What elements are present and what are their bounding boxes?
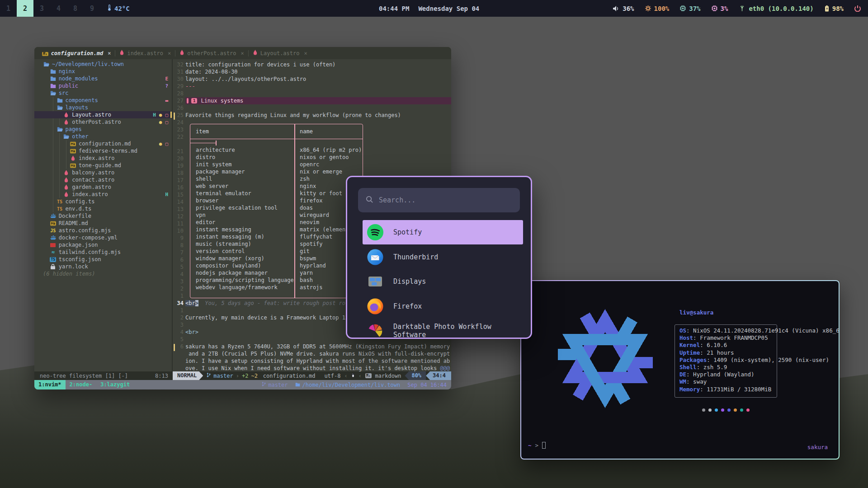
tree-item-label: otherPost.astro bbox=[72, 119, 121, 125]
table-header-row: itemname bbox=[190, 124, 363, 139]
tree-item-configuration-md[interactable]: configuration.md●▢ bbox=[34, 140, 172, 147]
tree-item-src[interactable]: src bbox=[34, 89, 172, 97]
launcher-item-displays[interactable]: Displays bbox=[363, 269, 523, 294]
status-network[interactable]: eth0 (10.0.0.140) bbox=[739, 5, 813, 12]
line-number: 15 bbox=[173, 191, 184, 198]
tree-item-nginx[interactable]: nginx bbox=[34, 68, 172, 75]
table-cell-item: shell bbox=[190, 175, 294, 183]
tree-item-tsconfig-json[interactable]: TStsconfig.json bbox=[34, 256, 172, 263]
tree-item-yarn-lock[interactable]: yarn.lock bbox=[34, 263, 172, 270]
astro-icon bbox=[63, 112, 70, 118]
neotree-file-explorer[interactable]: ~/Development/liv.townnginxnode_modulesE… bbox=[34, 59, 172, 371]
workspace-2[interactable]: 2 bbox=[17, 0, 33, 17]
tab-configuration-md[interactable]: M↓configuration.md× bbox=[38, 47, 115, 59]
status-power[interactable] bbox=[854, 5, 861, 12]
workspace-3[interactable]: 3 bbox=[33, 0, 50, 17]
tab-otherpost-astro[interactable]: otherPost.astro× bbox=[175, 47, 248, 59]
palette-dot bbox=[708, 408, 712, 412]
tree-item-layout-astro[interactable]: Layout.astroH●▢ bbox=[34, 111, 172, 118]
tree-item-label: fediverse-terms.md bbox=[79, 148, 137, 154]
line-number: 5 bbox=[173, 263, 184, 271]
line-number bbox=[173, 141, 184, 148]
ts-blue-icon: TS bbox=[50, 257, 57, 262]
tab-layout-astro[interactable]: Layout.astro× bbox=[249, 47, 311, 59]
tree-item-astro-config-mjs[interactable]: JSastro.config.mjs bbox=[34, 227, 172, 234]
table-cell-name: spotify bbox=[294, 240, 323, 248]
fetch-info-line: Host: Framework FRANMDCP05 bbox=[679, 334, 839, 342]
tree-item-garden-astro[interactable]: garden.astro bbox=[34, 183, 172, 191]
workspace-8[interactable]: 8 bbox=[67, 0, 84, 17]
tree-item-otherpost-astro[interactable]: otherPost.astro●▢ bbox=[34, 118, 172, 126]
tree-item-other[interactable]: other bbox=[34, 133, 172, 140]
clock[interactable]: 04:44 PM Wednesday Sep 04 bbox=[379, 0, 479, 17]
table-cell-item: privilege escalation tool bbox=[190, 204, 294, 211]
close-icon[interactable]: × bbox=[168, 50, 171, 56]
tree-item-balcony-astro[interactable]: balcony.astro bbox=[34, 169, 172, 176]
table-cell-item: version control bbox=[190, 248, 294, 255]
line-number-gutter: 3231302928272625242322212019181716151413… bbox=[173, 61, 184, 371]
mode-indicator: NORMAL bbox=[173, 371, 203, 380]
tree-item-tailwind-config-mjs[interactable]: ≈tailwind.config.mjs bbox=[34, 249, 172, 256]
tree-item-label: layouts bbox=[66, 104, 89, 111]
tab-label: Layout.astro bbox=[260, 50, 300, 56]
fetch-terminal[interactable]: liv@sakura OS: NixOS 24.11.20240828.71e9… bbox=[521, 281, 839, 459]
astro-icon bbox=[63, 184, 70, 190]
tab-index-astro[interactable]: index.astro× bbox=[115, 47, 175, 59]
tree-item--6-hidden-items-[interactable]: (6 hidden items) bbox=[34, 270, 172, 277]
workspace-9[interactable]: 9 bbox=[84, 0, 100, 17]
status-gpu[interactable]: 3% bbox=[712, 5, 728, 12]
tree-item-layouts[interactable]: layouts bbox=[34, 104, 172, 111]
status-battery[interactable]: 98% bbox=[825, 5, 844, 12]
tree-item-index-astro[interactable]: index.astroH bbox=[34, 191, 172, 198]
launcher-item-darktable[interactable]: Darktable Photo Workflow Software bbox=[363, 319, 523, 339]
tree-item-package-json[interactable]: package.json bbox=[34, 241, 172, 249]
tree-item-contact-astro[interactable]: contact.astro bbox=[34, 176, 172, 183]
tree-item-label: env.d.ts bbox=[66, 206, 92, 212]
tree-item-pages[interactable]: pages bbox=[34, 126, 172, 133]
tree-item-tone-guide-md[interactable]: tone-guide.md bbox=[34, 162, 172, 169]
tree-item--development-liv-town[interactable]: ~/Development/liv.town bbox=[34, 61, 172, 68]
workspace-4[interactable]: 4 bbox=[50, 0, 67, 17]
workspace-1[interactable]: 1 bbox=[0, 0, 17, 17]
table-row: window manager (xorg)bspwm bbox=[190, 255, 363, 262]
close-icon[interactable]: × bbox=[241, 50, 244, 56]
tmux-session-1-nvim-[interactable]: 1:nvim* bbox=[34, 380, 66, 389]
line-number: 10 bbox=[173, 227, 184, 235]
launcher-search[interactable] bbox=[358, 188, 520, 212]
palette-dot bbox=[721, 408, 724, 412]
launcher-item-spotify[interactable]: Spotify bbox=[363, 220, 523, 244]
status-cpu[interactable]: 37% bbox=[680, 5, 700, 12]
tmux-session-3-lazygit[interactable]: 3:lazygit bbox=[96, 380, 134, 389]
md-icon bbox=[70, 141, 76, 146]
launcher-item-firefox[interactable]: Firefox bbox=[363, 294, 523, 319]
tree-item-config-ts[interactable]: TSconfig.ts bbox=[34, 198, 172, 205]
line-number: 21 bbox=[173, 148, 184, 155]
close-icon[interactable]: × bbox=[108, 50, 111, 56]
shell-prompt[interactable]: ~ > bbox=[528, 442, 546, 449]
status-volume[interactable]: 36% bbox=[613, 5, 634, 12]
table-cell-name: fluffychat bbox=[294, 233, 332, 240]
tree-item-dockerfile[interactable]: Dockerfile bbox=[34, 212, 172, 220]
tree-item-env-d-ts[interactable]: TSenv.d.ts bbox=[34, 205, 172, 212]
table-cell-item: web server bbox=[190, 183, 294, 190]
git-changed-count: ~2 bbox=[251, 373, 257, 379]
app-launcher[interactable]: SpotifyThunderbirdDisplaysFirefoxDarktab… bbox=[346, 176, 532, 339]
launcher-item-thunderbird[interactable]: Thunderbird bbox=[363, 245, 523, 269]
tailwind-icon: ≈ bbox=[50, 249, 57, 255]
tree-item-node_modules[interactable]: node_modulesE bbox=[34, 75, 172, 82]
line-number: 27 bbox=[173, 97, 184, 104]
tmux-session-2-node-[interactable]: 2:node- bbox=[66, 380, 97, 389]
tree-item-docker-compose-yml[interactable]: docker-compose.yml bbox=[34, 234, 172, 241]
tree-item-readme-md[interactable]: README.md bbox=[34, 220, 172, 227]
fetch-terminal-window[interactable]: liv@sakura OS: NixOS 24.11.20240828.71e9… bbox=[520, 280, 840, 460]
close-icon[interactable]: × bbox=[304, 50, 307, 56]
status-gear[interactable]: 100% bbox=[645, 5, 670, 12]
tree-item-fediverse-terms-md[interactable]: fediverse-terms.md bbox=[34, 147, 172, 155]
fetch-info-line: Packages: 1409 (nix-system), 2590 (nix-u… bbox=[679, 357, 839, 364]
tree-item-label: package.json bbox=[59, 242, 98, 248]
heading-level-icon: 1 bbox=[191, 98, 197, 103]
tree-item-public[interactable]: public? bbox=[34, 82, 172, 89]
search-input[interactable] bbox=[379, 196, 514, 204]
tree-item-index-astro[interactable]: index.astro bbox=[34, 155, 172, 162]
tree-item-components[interactable]: components▬ bbox=[34, 97, 172, 104]
